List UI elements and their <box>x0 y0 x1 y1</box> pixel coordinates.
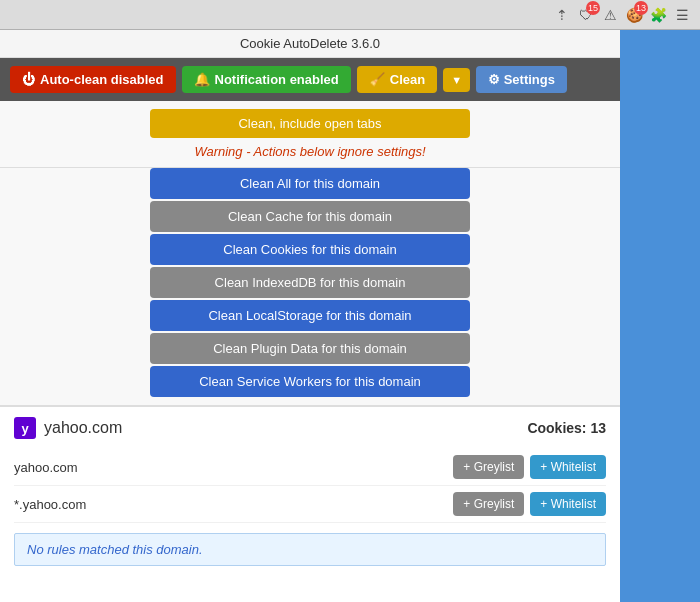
cookies-count: Cookies: 13 <box>527 420 606 436</box>
warning-icon[interactable]: ⚠ <box>600 5 620 25</box>
settings-label: ⚙ Settings <box>488 72 555 87</box>
clean-service-workers-label: Clean Service Workers for this domain <box>199 374 421 389</box>
right-sidebar <box>620 30 700 602</box>
clean-indexeddb-button[interactable]: Clean IndexedDB for this domain <box>150 267 470 298</box>
clean-cache-button[interactable]: Clean Cache for this domain <box>150 201 470 232</box>
clean-label: Clean <box>390 72 425 87</box>
auto-clean-label: Auto-clean disabled <box>40 72 164 87</box>
yahoo-wildcard-greylist-button[interactable]: + Greylist <box>453 492 524 516</box>
clean-open-tabs-button[interactable]: Clean, include open tabs <box>150 109 470 138</box>
clean-dropdown-button[interactable]: ▼ <box>443 68 470 92</box>
cookie-autodelete-icon[interactable]: 🍪 13 <box>624 5 644 25</box>
yahoo-greylist-button[interactable]: + Greylist <box>453 455 524 479</box>
clean-localstorage-label: Clean LocalStorage for this domain <box>208 308 411 323</box>
clean-service-workers-button[interactable]: Clean Service Workers for this domain <box>150 366 470 397</box>
menu-icon[interactable]: ☰ <box>672 5 692 25</box>
yahoo-icon: y <box>14 417 36 439</box>
domain-header: y yahoo.com Cookies: 13 <box>14 417 606 439</box>
title-bar: Cookie AutoDelete 3.6.0 <box>0 30 620 58</box>
no-rules-text: No rules matched this domain. <box>27 542 203 557</box>
cookie-badge: 13 <box>634 1 648 15</box>
cookies-number: 13 <box>590 420 606 436</box>
shield-badge: 15 <box>586 1 600 15</box>
yahoo-wildcard-actions: + Greylist + Whitelist <box>453 492 606 516</box>
notification-button[interactable]: 🔔 Notification enabled <box>182 66 351 93</box>
clean-cookies-button[interactable]: Clean Cookies for this domain <box>150 234 470 265</box>
upload-icon[interactable]: ⇡ <box>552 5 572 25</box>
clean-all-label: Clean All for this domain <box>240 176 380 191</box>
cookies-label: Cookies: <box>527 420 586 436</box>
warning-text: Warning - Actions below ignore settings! <box>194 144 425 159</box>
main-domain-label: yahoo.com <box>44 419 122 437</box>
clean-button[interactable]: 🧹 Clean <box>357 66 437 93</box>
wildcard-whitelist-label: + Whitelist <box>540 497 596 511</box>
notification-label: Notification enabled <box>215 72 339 87</box>
arrow-down-icon: ▼ <box>451 74 462 86</box>
domain-buttons-container: Clean All for this domain Clean Cache fo… <box>0 168 620 405</box>
clean-open-tabs-label: Clean, include open tabs <box>238 116 381 131</box>
clean-cookies-label: Clean Cookies for this domain <box>223 242 396 257</box>
whitelist-label: + Whitelist <box>540 460 596 474</box>
bell-icon: 🔔 <box>194 72 210 87</box>
puzzle-icon[interactable]: 🧩 <box>648 5 668 25</box>
domain-row-yahoo-wildcard: *.yahoo.com + Greylist + Whitelist <box>14 486 606 523</box>
shield-icon[interactable]: 🛡 15 <box>576 5 596 25</box>
clean-indexeddb-label: Clean IndexedDB for this domain <box>215 275 406 290</box>
yahoo-domain-label: yahoo.com <box>14 460 78 475</box>
no-rules-message: No rules matched this domain. <box>14 533 606 566</box>
clean-plugin-button[interactable]: Clean Plugin Data for this domain <box>150 333 470 364</box>
domain-name-wrapper: y yahoo.com <box>14 417 122 439</box>
yahoo-wildcard-whitelist-button[interactable]: + Whitelist <box>530 492 606 516</box>
power-icon: ⏻ <box>22 72 35 87</box>
auto-clean-button[interactable]: ⏻ Auto-clean disabled <box>10 66 176 93</box>
extension-title: Cookie AutoDelete 3.6.0 <box>240 36 380 51</box>
clean-all-button[interactable]: Clean All for this domain <box>150 168 470 199</box>
clean-localstorage-button[interactable]: Clean LocalStorage for this domain <box>150 300 470 331</box>
bottom-section: y yahoo.com Cookies: 13 yahoo.com + Grey… <box>0 405 620 602</box>
greylist-label: + Greylist <box>463 460 514 474</box>
yahoo-whitelist-button[interactable]: + Whitelist <box>530 455 606 479</box>
clean-plugin-label: Clean Plugin Data for this domain <box>213 341 407 356</box>
yahoo-wildcard-label: *.yahoo.com <box>14 497 86 512</box>
settings-button[interactable]: ⚙ Settings <box>476 66 567 93</box>
clean-cache-label: Clean Cache for this domain <box>228 209 392 224</box>
domain-row-yahoo: yahoo.com + Greylist + Whitelist <box>14 449 606 486</box>
yahoo-domain-actions: + Greylist + Whitelist <box>453 455 606 479</box>
clean-icon: 🧹 <box>369 72 385 87</box>
toolbar: ⏻ Auto-clean disabled 🔔 Notification ena… <box>0 58 620 101</box>
dropdown-area: Clean, include open tabs Warning - Actio… <box>0 101 620 168</box>
browser-chrome: ⇡ 🛡 15 ⚠ 🍪 13 🧩 ☰ <box>0 0 700 30</box>
wildcard-greylist-label: + Greylist <box>463 497 514 511</box>
popup-wrapper: Cookie AutoDelete 3.6.0 ⏻ Auto-clean dis… <box>0 30 620 602</box>
